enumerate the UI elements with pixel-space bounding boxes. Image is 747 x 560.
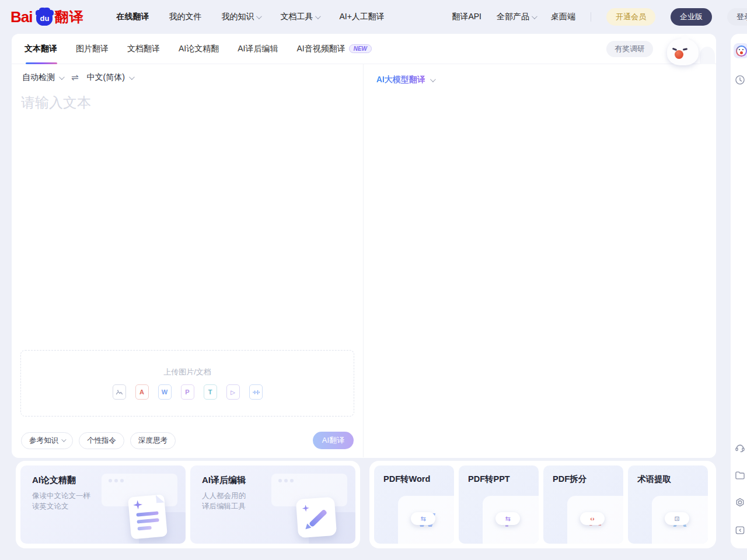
enterprise-button[interactable]: 企业版 — [671, 8, 712, 26]
tool-card-group: PDF转Word W ⇆ PDF转PPT P ⇆ PDF拆分 A ‹› 术语提取… — [369, 461, 716, 548]
result-model-select[interactable]: AI大模型翻译 — [376, 75, 703, 85]
chevron-down-icon — [315, 13, 321, 19]
new-badge: NEW — [349, 44, 372, 53]
source-pane: 自动检测 ⇌ 中文(简体) 上传图片/文档 A W P — [12, 64, 364, 457]
tab-text-translate[interactable]: 文本翻译 — [25, 34, 57, 64]
nav-item-my-knowledge[interactable]: 我的知识 — [221, 12, 260, 22]
baidu-paw-icon: du — [36, 10, 53, 26]
image-file-icon — [113, 384, 126, 400]
card-title: 术语提取 — [637, 474, 708, 485]
card-illustration: W ⇆ — [398, 496, 454, 544]
result-model-label: AI大模型翻译 — [376, 75, 425, 85]
target-language-select[interactable]: 中文(简体) — [87, 72, 133, 83]
card-title: PDF转Word — [383, 474, 454, 485]
strip-top-icons — [734, 43, 747, 86]
right-utility-strip — [731, 34, 747, 548]
chevron-down-icon — [61, 437, 66, 442]
swap-languages-icon[interactable]: ⇌ — [71, 72, 79, 83]
paper-document-icon — [128, 494, 167, 539]
source-text-input[interactable] — [21, 93, 354, 350]
tools-bar: 参考知识 个性指令 深度思考 AI翻译 — [12, 424, 363, 457]
ai-assistant-icon[interactable] — [734, 43, 747, 58]
settings-icon[interactable] — [734, 496, 746, 509]
word-file-icon: W — [158, 384, 172, 400]
nav-item-my-files[interactable]: 我的文件 — [169, 12, 201, 22]
nav-item-ai-human-translate[interactable]: AI+人工翻译 — [339, 12, 384, 22]
mascot-eye — [683, 48, 687, 51]
primary-nav: 在线翻译 我的文件 我的知识 文档工具 AI+人工翻译 — [116, 12, 384, 22]
nav-item-translate-api[interactable]: 翻译API — [452, 12, 481, 22]
txt-file-icon: T — [204, 384, 217, 400]
language-bar: 自动检测 ⇌ 中文(简体) — [12, 64, 363, 91]
card-title: PDF转PPT — [468, 474, 539, 485]
ppt-file-icon: P — [181, 384, 194, 400]
chevron-down-icon — [129, 74, 135, 80]
logo-text-fanyi: 翻译 — [54, 8, 83, 26]
customer-support-icon[interactable] — [734, 442, 746, 454]
chevron-down-icon — [256, 13, 262, 19]
translator-tabs: 文本翻译 图片翻译 文档翻译 AI论文精翻 AI译后编辑 AI音视频翻译NEW — [25, 34, 372, 64]
reference-knowledge-button[interactable]: 参考知识 — [21, 432, 73, 449]
file-type-icons: A W P T ▷ — [113, 384, 263, 400]
feature-card-group: AI论文精翻 像读中文论文一样 读英文论文 AI译后编辑 人人都会用的 译后编辑… — [16, 461, 360, 548]
tab-ai-paper-translate[interactable]: AI论文精翻 — [179, 34, 219, 64]
tab-ai-audio-video-translate[interactable]: AI音视频翻译NEW — [296, 34, 372, 64]
nav-item-online-translate[interactable]: 在线翻译 — [116, 12, 149, 22]
top-navigation: Bai du 翻译 在线翻译 我的文件 我的知识 文档工具 AI+人工翻译 翻译… — [0, 0, 747, 34]
mascot-hand — [700, 47, 715, 64]
nav-item-desktop-app[interactable]: 桌面端 — [551, 12, 575, 22]
edit-pencil-icon — [296, 497, 337, 538]
card-pdf-to-ppt[interactable]: PDF转PPT P ⇆ — [459, 466, 539, 544]
card-illustration: P ⇆ — [483, 496, 539, 544]
promo-cards-row: AI论文精翻 像读中文论文一样 读英文论文 AI译后编辑 人人都会用的 译后编辑… — [16, 461, 716, 548]
pdf-file-icon: A — [135, 384, 149, 400]
nav-item-doc-tools[interactable]: 文档工具 — [280, 12, 319, 22]
video-file-icon: ▷ — [226, 384, 240, 400]
folder-icon[interactable] — [734, 469, 746, 482]
history-icon[interactable] — [734, 74, 746, 86]
ai-translate-button[interactable]: AI翻译 — [313, 432, 354, 449]
collapse-panel-icon[interactable] — [734, 524, 746, 537]
card-ai-post-edit[interactable]: AI译后编辑 人人都会用的 译后编辑工具 — [190, 466, 355, 544]
chevron-down-icon — [430, 76, 436, 82]
card-illustration: A ‹› — [567, 496, 623, 544]
open-vip-button[interactable]: 开通会员 — [606, 8, 655, 26]
translator-panel: 文本翻译 图片翻译 文档翻译 AI论文精翻 AI译后编辑 AI音视频翻译NEW … — [12, 34, 716, 458]
translator-content: 自动检测 ⇌ 中文(简体) 上传图片/文档 A W P — [12, 64, 716, 457]
card-pdf-to-word[interactable]: PDF转Word W ⇆ — [374, 466, 454, 544]
custom-instruction-button[interactable]: 个性指令 — [79, 432, 124, 449]
tab-image-translate[interactable]: 图片翻译 — [76, 34, 109, 64]
nav-divider — [591, 12, 591, 22]
secondary-nav: 翻译API 全部产品 桌面端 开通会员 企业版 登录 — [452, 8, 747, 26]
logo-text-bai: Bai — [11, 8, 32, 26]
chevron-down-icon — [532, 13, 537, 19]
sparkle-icon — [302, 505, 309, 512]
result-pane: AI大模型翻译 — [364, 64, 716, 457]
mascot-nose — [675, 50, 683, 59]
card-term-extract[interactable]: 术语提取 A ⊡ — [628, 466, 708, 544]
source-language-select[interactable]: 自动检测 — [22, 72, 63, 83]
split-icon: ‹› — [580, 512, 605, 525]
convert-arrows-icon: ⇆ — [495, 512, 520, 525]
card-title: PDF拆分 — [553, 474, 623, 485]
extract-box-icon: ⊡ — [665, 512, 689, 525]
strip-bottom-icons — [734, 442, 746, 537]
nav-item-all-products[interactable]: 全部产品 — [497, 12, 536, 22]
chevron-down-icon — [59, 74, 65, 80]
tab-ai-post-edit[interactable]: AI译后编辑 — [238, 34, 278, 64]
translator-tabbar: 文本翻译 图片翻译 文档翻译 AI论文精翻 AI译后编辑 AI音视频翻译NEW … — [12, 34, 716, 64]
upload-label: 上传图片/文档 — [163, 367, 211, 377]
deep-think-button[interactable]: 深度思考 — [130, 432, 176, 449]
sparkle-icon — [132, 500, 142, 510]
upload-dropzone[interactable]: 上传图片/文档 A W P T ▷ — [20, 350, 354, 416]
tab-document-translate[interactable]: 文档翻译 — [127, 34, 160, 64]
login-button[interactable]: 登录 — [727, 8, 747, 26]
card-ai-paper-translate[interactable]: AI论文精翻 像读中文论文一样 读英文论文 — [20, 466, 186, 544]
mascot-character — [667, 38, 699, 65]
card-pdf-split[interactable]: PDF拆分 A ‹› — [543, 466, 623, 544]
card-illustration: A ⊡ — [652, 496, 708, 544]
survey-button[interactable]: 有奖调研 — [606, 41, 653, 57]
convert-arrows-icon: ⇆ — [411, 512, 435, 525]
baidu-translate-logo[interactable]: Bai du 翻译 — [11, 8, 83, 26]
audio-file-icon — [249, 384, 263, 400]
